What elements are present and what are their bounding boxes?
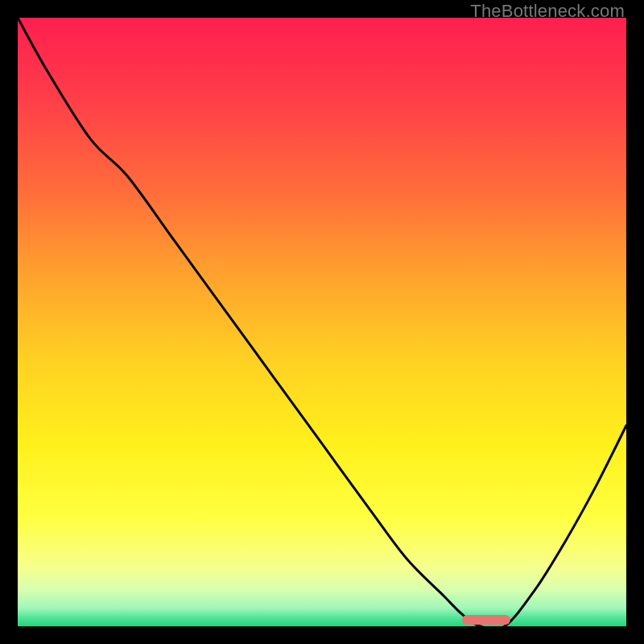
- optimum-marker: [462, 615, 510, 625]
- bottleneck-gradient: [18, 18, 626, 626]
- plot-frame: [18, 18, 626, 626]
- svg-rect-0: [18, 18, 626, 626]
- watermark-text: TheBottleneck.com: [470, 1, 625, 22]
